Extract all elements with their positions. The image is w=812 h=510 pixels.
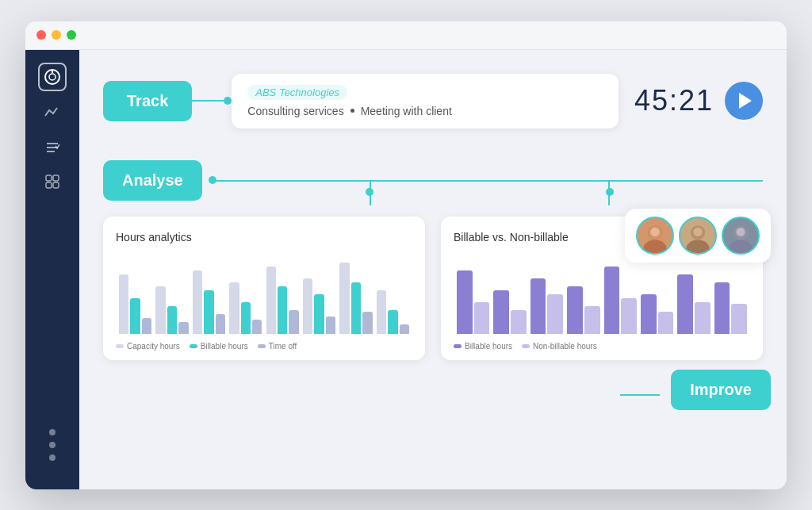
bill-bar-group-7 [677,274,710,334]
analyse-button[interactable]: Analyse [103,160,202,201]
avatar-2[interactable] [679,217,717,255]
track-card-tags: Consulting services Meeting with client [247,105,603,117]
minimize-dot[interactable] [52,30,61,40]
legend-billable: Billable hours [190,342,248,351]
track-tag-consulting: Consulting services [247,105,343,117]
title-bar [25,21,787,50]
main-content: Track ABS Technologies Consulting servic… [79,50,787,489]
improve-button[interactable]: Improve [671,370,771,410]
legend-capacity-dot [116,344,124,348]
legend-capacity: Capacity hours [116,342,180,351]
avatar-1[interactable] [636,217,674,255]
bar-capacity-5 [266,267,276,334]
bill-bar-group-5 [604,267,637,334]
svg-point-11 [643,240,666,255]
bar-billable-3 [204,290,213,334]
bar-group-5 [266,267,299,334]
bill-bar-nb-3 [547,294,563,334]
improve-connector-line [620,394,660,396]
legend-nonbill-label: Non-billable hours [533,342,597,351]
bar-group-1 [119,274,151,334]
sidebar-dots [49,429,56,477]
bar-group-2 [155,286,188,334]
avatars-group [625,209,771,263]
tag-separator-dot [350,109,354,113]
bar-group-4 [229,282,262,334]
chart-billable-bars [454,255,750,334]
sidebar-icon-timer[interactable] [38,63,67,91]
bar-timeoff-4 [252,320,262,334]
chart-hours-legend: Capacity hours Billable hours Time off [116,342,412,351]
bar-timeoff-7 [362,312,372,334]
chart-billable-legend: Billable hours Non-billable hours [454,342,750,351]
bill-bar-group-4 [567,286,599,334]
close-dot[interactable] [36,30,46,40]
sidebar-nav-dot-1[interactable] [49,429,56,435]
bill-bar-b-7 [677,274,693,334]
svg-point-15 [686,240,709,255]
bar-capacity-6 [303,278,312,334]
bill-bar-nb-7 [695,302,710,334]
bar-timeoff-8 [400,324,409,334]
bar-capacity-3 [193,270,202,334]
track-button[interactable]: Track [103,81,192,121]
sidebar [25,50,79,489]
analyse-connector-dot [209,176,216,184]
legend-billable-label: Billable hours [201,342,248,351]
tree-dot-right [606,188,614,196]
bar-billable-4 [241,302,251,334]
avatar-3[interactable] [722,217,760,255]
bar-timeoff-1 [142,318,151,334]
tree-h-line [216,180,763,182]
timer-area: 45:21 [634,82,763,120]
bill-bar-nb-5 [621,298,637,334]
bar-group-6 [303,278,335,334]
analyse-tree [216,164,763,196]
bill-bar-b-8 [714,282,730,334]
legend-bill-hours: Billable hours [454,342,512,351]
legend-timeoff-dot [258,344,266,348]
legend-billable-dot [190,344,197,348]
bill-bar-group-8 [714,282,747,334]
bar-billable-5 [278,286,287,334]
chart-hours-title: Hours analytics [116,231,412,243]
play-icon [739,93,752,109]
svg-point-13 [651,227,660,236]
svg-point-18 [729,240,752,255]
sidebar-nav-dot-3[interactable] [49,454,56,461]
bill-bar-b-3 [530,278,546,334]
maximize-dot[interactable] [67,30,76,40]
bar-capacity-1 [119,274,128,334]
bill-bar-nb-6 [658,312,674,334]
svg-point-19 [737,227,745,236]
bill-bar-b-4 [567,286,583,334]
bar-billable-7 [351,282,361,334]
legend-nonbill-dot [522,344,530,348]
bar-billable-2 [167,306,177,334]
track-section: Track ABS Technologies Consulting servic… [103,74,763,128]
chart-hours-analytics: Hours analytics [103,217,425,360]
bill-bar-nb-4 [584,306,600,334]
bill-bar-b-1 [457,270,473,334]
timer-display: 45:21 [634,84,714,117]
bar-group-8 [377,290,409,334]
track-company-label: ABS Technologies [247,85,347,100]
avatar-2-image [680,217,715,255]
bill-bar-b-5 [604,267,620,334]
play-button[interactable] [725,82,763,120]
legend-bill-label: Billable hours [465,342,512,351]
bill-bar-nb-2 [511,310,527,334]
svg-rect-9 [53,182,59,188]
bar-billable-8 [388,310,397,334]
bar-capacity-8 [377,290,386,334]
svg-rect-6 [46,175,52,181]
legend-timeoff: Time off [258,342,297,351]
sidebar-icon-tasks[interactable] [38,132,67,161]
bar-billable-6 [314,294,324,334]
sidebar-icon-dashboard[interactable] [38,167,67,196]
sidebar-icon-analytics[interactable] [38,98,67,126]
sidebar-nav-dot-2[interactable] [49,442,56,448]
bill-bar-b-2 [493,290,509,334]
track-connector-line [192,100,224,102]
svg-rect-7 [53,175,59,181]
